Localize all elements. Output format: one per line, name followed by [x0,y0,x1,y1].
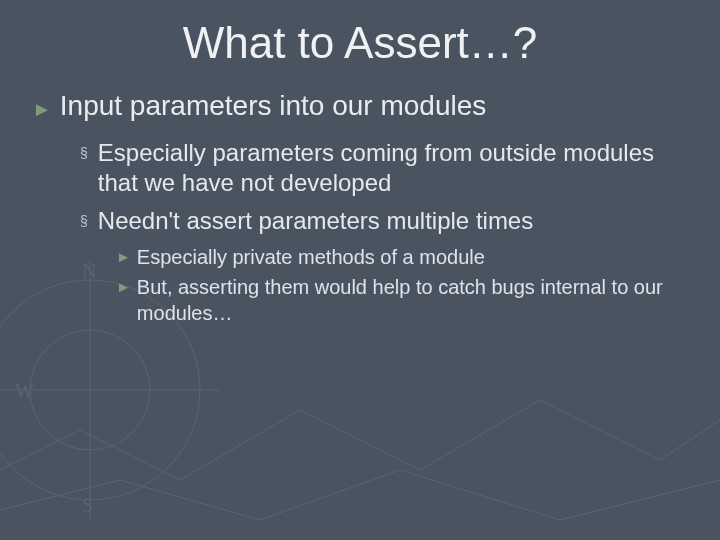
slide-title: What to Assert…? [30,18,690,68]
bullet-text: Especially parameters coming from outsid… [98,138,690,198]
bullet-list-lvl1: ► Input parameters into our modules § Es… [32,90,690,326]
triangle-icon: ► [116,274,131,300]
list-item: ► But, asserting them would help to catc… [116,274,690,326]
bullet-text: Input parameters into our modules [60,90,486,122]
bullet-text: But, asserting them would help to catch … [137,274,690,326]
triangle-icon: ► [116,244,131,270]
bullet-list-lvl2: § Especially parameters coming from outs… [80,138,690,326]
list-item: ► Input parameters into our modules § Es… [32,90,690,326]
bullet-text: Especially private methods of a module [137,244,485,270]
bullet-text: Needn't assert parameters multiple times [98,206,533,236]
slide: What to Assert…? ► Input parameters into… [0,0,720,540]
list-item: § Especially parameters coming from outs… [80,138,690,198]
list-item: § Needn't assert parameters multiple tim… [80,206,690,326]
square-icon: § [80,206,88,236]
list-item: ► Especially private methods of a module [116,244,690,270]
square-icon: § [80,138,88,168]
triangle-icon: ► [32,92,52,126]
bullet-list-lvl3: ► Especially private methods of a module… [116,244,690,326]
